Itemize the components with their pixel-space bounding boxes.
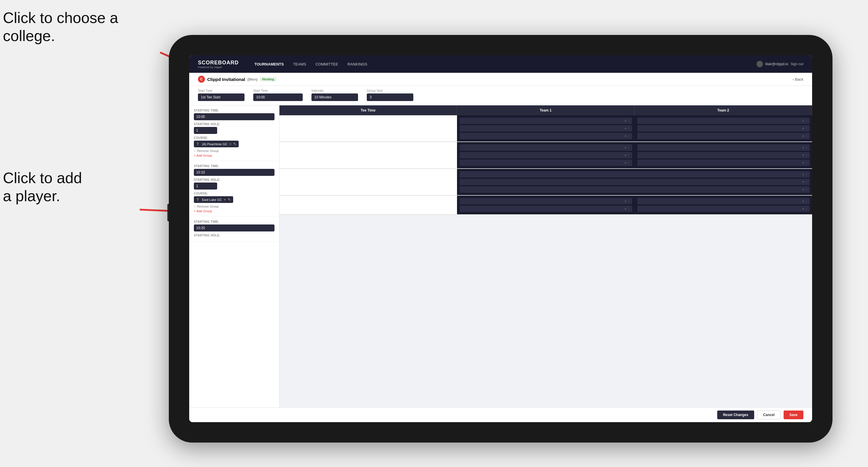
annotation-line4: a player.: [3, 187, 60, 205]
player-slot-r4-1-1[interactable]: × ⋮: [460, 198, 632, 205]
start-time-label: Start Time: [253, 89, 303, 92]
schedule-header: Tee Time Team 1 Team 2: [279, 105, 812, 115]
team1-cell-1: × ⋮ × ⋮ × ⋮: [457, 115, 634, 142]
cancel-button[interactable]: Cancel: [757, 410, 781, 419]
main-content: STARTING TIME: 10:00 STARTING HOLE: 1 CO…: [189, 105, 812, 407]
header-team1: Team 1: [457, 105, 634, 115]
nav-sign-out[interactable]: Sign out: [790, 62, 803, 66]
player-slot-x-icon-3[interactable]: × ⋮: [625, 134, 630, 138]
start-type-select[interactable]: 1st Tee Start: [198, 93, 245, 101]
reset-button[interactable]: Reset Changes: [717, 410, 754, 419]
player-slot-r3-3[interactable]: × ⋮: [460, 186, 810, 193]
player-slot-1-2[interactable]: × ⋮: [460, 125, 632, 132]
remove-group-link-1[interactable]: ○Remove Group: [194, 149, 275, 153]
course-tag-1: 🏌 (A) Peachtree GC × ✎: [194, 141, 239, 147]
add-group-link-2[interactable]: + Add Group: [194, 209, 275, 213]
player-slot-r3-2[interactable]: × ⋮: [460, 179, 810, 185]
player-slot-1-1[interactable]: × ⋮: [460, 118, 632, 124]
group-section-3: STARTING TIME: 10:20 STARTING HOLE:: [189, 217, 279, 242]
annotation-line1: Click to choose a: [3, 9, 118, 26]
player-slot-r2-2-2[interactable]: × ⋮: [637, 152, 810, 158]
nav-right: blair@clippd.io Sign out: [756, 61, 803, 67]
starting-time-select-1[interactable]: 10:00: [194, 113, 275, 120]
header-team2: Team 2: [634, 105, 812, 115]
tee-time-cell-4: [279, 196, 457, 214]
course-remove-icon-2[interactable]: ×: [223, 197, 226, 202]
starting-time-label-2: STARTING TIME:: [194, 164, 275, 168]
player-slot-2-2[interactable]: × ⋮: [637, 125, 810, 132]
schedule-row-4: × ⋮ × ⋮ × ⋮ × ⋮: [279, 196, 812, 215]
player-slot-r2-1-1[interactable]: × ⋮: [460, 145, 632, 151]
left-panel: STARTING TIME: 10:00 STARTING HOLE: 1 CO…: [189, 105, 279, 407]
save-button[interactable]: Save: [783, 410, 803, 419]
annotation-line2: college.: [3, 27, 55, 44]
player-slot-2-3[interactable]: × ⋮: [637, 133, 810, 139]
sub-header: C Clippd Invitational (Men) Hosting ‹ Ba…: [189, 73, 812, 86]
intervals-select[interactable]: 10 Minutes: [311, 93, 358, 101]
player-slot-r2-2-1[interactable]: × ⋮: [637, 145, 810, 151]
start-time-group: Start Time: [253, 89, 303, 101]
player-slot-r4-2-2[interactable]: × ⋮: [637, 206, 810, 212]
course-edit-icon-1[interactable]: ✎: [233, 142, 236, 146]
nav-link-committee[interactable]: COMMITTEE: [311, 60, 342, 68]
group-section-1: STARTING TIME: 10:00 STARTING HOLE: 1 CO…: [189, 105, 279, 161]
schedule-grid: Tee Time Team 1 Team 2 × ⋮ × ⋮: [279, 105, 812, 407]
player-slot-r2-1-3[interactable]: × ⋮: [460, 160, 632, 166]
header-tee-time: Tee Time: [279, 105, 457, 115]
nav-links: TOURNAMENTS TEAMS COMMITTEE RANKINGS: [250, 60, 756, 68]
course-edit-icon-2[interactable]: ✎: [228, 197, 231, 202]
starting-time-row-2: 10:10: [194, 169, 275, 176]
player-slot-r2-1-2[interactable]: × ⋮: [460, 152, 632, 158]
group-size-select[interactable]: 3: [367, 93, 413, 101]
course-label-1: COURSE:: [194, 136, 275, 139]
nav-link-teams[interactable]: TEAMS: [289, 60, 310, 68]
team2-cell-4: × ⋮ × ⋮: [634, 196, 812, 214]
remove-group-link-2[interactable]: ○Remove Group: [194, 205, 275, 208]
starting-hole-select-1[interactable]: 1: [194, 127, 217, 134]
tee-time-cell-3: [279, 169, 457, 195]
schedule-row-1: × ⋮ × ⋮ × ⋮ × ⋮ ×: [279, 115, 812, 142]
team1-cell-4: × ⋮ × ⋮: [457, 196, 634, 214]
start-time-input[interactable]: [253, 93, 303, 101]
team1-cell-3: × ⋮ × ⋮ × ⋮: [457, 169, 812, 195]
nav-link-rankings[interactable]: RANKINGS: [343, 60, 371, 68]
course-flag-icon-2: 🏌: [196, 198, 200, 201]
team2-cell-2: × ⋮ × ⋮ × ⋮: [634, 142, 812, 168]
nav-bar: SCOREBOARD Powered by clippd TOURNAMENTS…: [189, 55, 812, 73]
starting-hole-label-1: STARTING HOLE:: [194, 123, 275, 126]
starting-time-label-1: STARTING TIME:: [194, 109, 275, 112]
schedule-row-3: × ⋮ × ⋮ × ⋮: [279, 169, 812, 196]
group-section-2: STARTING TIME: 10:10 STARTING HOLE: 1 CO…: [189, 161, 279, 217]
tournament-title: C Clippd Invitational (Men) Hosting: [198, 76, 277, 83]
controls-row: Start Type 1st Tee Start Start Time Inte…: [189, 86, 812, 105]
nav-avatar: [756, 61, 763, 67]
player-slot-x-icon[interactable]: × ⋮: [625, 119, 630, 123]
tournament-gender: (Men): [247, 77, 258, 82]
player-slot-r2-2-3[interactable]: × ⋮: [637, 160, 810, 166]
player-slot-2-1[interactable]: × ⋮: [637, 118, 810, 124]
group-size-label: Group Size: [367, 89, 413, 92]
starting-hole-row-1: 1: [194, 127, 275, 134]
player-slot-r3-1[interactable]: × ⋮: [460, 171, 810, 178]
nav-user-email: blair@clippd.io: [765, 62, 788, 66]
back-button[interactable]: ‹ Back: [793, 77, 803, 82]
player-slot-1-3[interactable]: × ⋮: [460, 133, 632, 139]
annotation-add-player: Click to add a player.: [3, 169, 82, 205]
add-group-link-1[interactable]: + Add Group: [194, 154, 275, 157]
starting-time-row-1: 10:00: [194, 113, 275, 120]
team2-cell-1: × ⋮ × ⋮ × ⋮: [634, 115, 812, 142]
starting-hole-select-2[interactable]: 1: [194, 183, 217, 190]
player-slot-r4-2-1[interactable]: × ⋮: [637, 198, 810, 205]
tournament-logo: C: [198, 76, 205, 83]
team1-cell-2: × ⋮ × ⋮ × ⋮: [457, 142, 634, 168]
player-slot-r4-1-2[interactable]: × ⋮: [460, 206, 632, 212]
player-slot-x-icon-2[interactable]: × ⋮: [625, 127, 630, 130]
starting-time-select-2[interactable]: 10:10: [194, 169, 275, 176]
tablet-frame: SCOREBOARD Powered by clippd TOURNAMENTS…: [169, 35, 833, 442]
nav-logo: SCOREBOARD Powered by clippd: [198, 60, 239, 69]
starting-hole-label-2: STARTING HOLE:: [194, 178, 275, 181]
annotation-choose-college: Click to choose a college.: [3, 9, 118, 45]
nav-link-tournaments[interactable]: TOURNAMENTS: [250, 60, 288, 68]
starting-time-select-3[interactable]: 10:20: [194, 224, 275, 231]
course-remove-icon-1[interactable]: ×: [229, 142, 231, 146]
